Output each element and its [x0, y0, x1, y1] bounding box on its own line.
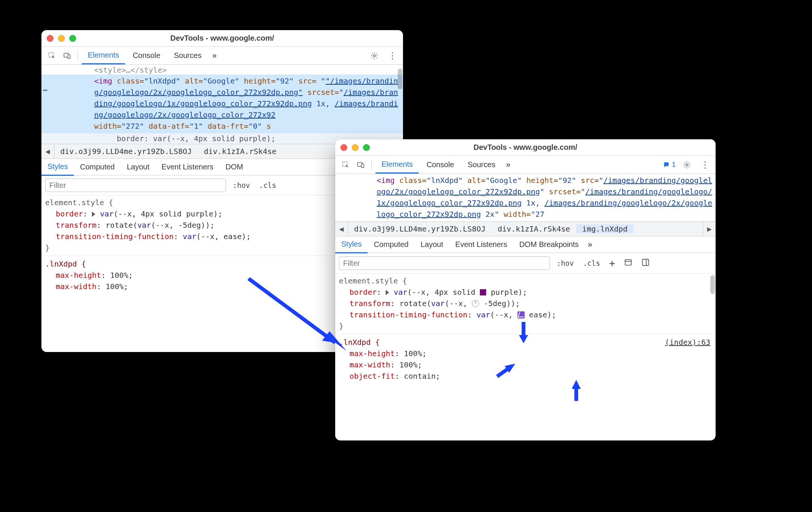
prop-border[interactable]: border [350, 288, 377, 297]
breadcrumb-bar: ◀ div.o3j99.LLD4me.yr19Zb.LS8OJ div.k1zI… [335, 221, 716, 236]
inspect-icon[interactable] [339, 158, 353, 172]
crumb-2[interactable]: div.k1zIA.rSk4se [491, 224, 576, 233]
prop-max-height[interactable]: max-height [350, 349, 395, 358]
tab-sources[interactable]: Sources [462, 157, 501, 173]
tab-console[interactable]: Console [127, 47, 166, 64]
cls-toggle[interactable]: .cls [257, 180, 279, 191]
subtab-computed[interactable]: Computed [74, 159, 121, 175]
dom-ellipsis-icon[interactable]: ⋯ [43, 84, 47, 96]
device-toggle-icon[interactable] [60, 49, 74, 62]
filter-input[interactable] [339, 256, 550, 270]
traffic-lights [47, 35, 76, 42]
angle-swatch-icon[interactable] [472, 300, 479, 307]
filter-input[interactable] [45, 178, 226, 192]
zoom-icon[interactable] [363, 144, 370, 151]
breadcrumb-forward-icon[interactable]: ▶ [703, 222, 716, 236]
more-tabs-chevron-icon[interactable]: » [503, 160, 513, 170]
svg-rect-6 [362, 164, 364, 168]
more-subtabs-chevron-icon[interactable]: » [585, 240, 595, 250]
crumb-1[interactable]: div.o3j99.LLD4me.yr19Zb.LS8OJ [54, 147, 198, 156]
separator [371, 160, 372, 170]
separator [78, 50, 78, 61]
tab-sources[interactable]: Sources [168, 47, 208, 64]
dom-fragment-top: <style>…</style> [41, 65, 403, 75]
new-rule-icon[interactable]: + [607, 256, 618, 270]
tab-elements[interactable]: Elements [82, 47, 125, 64]
zoom-icon[interactable] [69, 35, 76, 42]
rule2-selector[interactable]: .lnXdpd { [339, 338, 380, 347]
rule-selector[interactable]: element.style { [339, 275, 712, 286]
subtab-computed[interactable]: Computed [368, 236, 414, 253]
main-toolbar: Elements Console Sources » 1 ⋮ [335, 156, 716, 174]
expand-icon[interactable] [92, 212, 95, 217]
prop-transform[interactable]: transform [350, 299, 390, 308]
cls-toggle[interactable]: .cls [581, 258, 603, 269]
prop-max-width[interactable]: max-width [350, 360, 390, 369]
subtab-event-listeners[interactable]: Event Listeners [449, 236, 513, 253]
prop-object-fit[interactable]: object-fit [350, 372, 395, 381]
toggle-rendering-icon[interactable] [639, 257, 652, 270]
prop-max-height[interactable]: max-height [56, 271, 101, 280]
source-link[interactable]: (index):63 [665, 337, 710, 348]
subtab-layout[interactable]: Layout [121, 159, 156, 175]
svg-rect-2 [68, 55, 70, 58]
kebab-menu-icon[interactable]: ⋮ [698, 158, 712, 172]
prop-transition-timing-function[interactable]: transition-timing-function [350, 310, 467, 319]
kebab-menu-icon[interactable]: ⋮ [386, 49, 399, 62]
inspect-icon[interactable] [45, 49, 59, 62]
dom-scrollbar[interactable] [398, 69, 402, 89]
styles-body: element.style { border: var(--x, 4px sol… [335, 274, 716, 386]
issue-count: 1 [672, 161, 676, 169]
tab-elements[interactable]: Elements [375, 156, 419, 174]
prop-transform[interactable]: transform [56, 221, 96, 230]
window-title: DevTools - www.google.com/ [41, 34, 403, 43]
expand-icon[interactable] [386, 290, 389, 295]
crumb-1[interactable]: div.o3j99.LLD4me.yr19Zb.LS8OJ [348, 224, 491, 233]
svg-point-3 [373, 55, 375, 57]
prop-max-width[interactable]: max-width [56, 282, 96, 291]
dom-text: <img [94, 76, 112, 85]
bezier-swatch-icon[interactable] [517, 311, 525, 318]
gear-icon[interactable] [680, 158, 694, 172]
titlebar: DevTools - www.google.com/ [335, 139, 716, 156]
breadcrumb-back-icon[interactable]: ◀ [41, 144, 54, 158]
more-tabs-chevron-icon[interactable]: » [209, 51, 220, 61]
styles-scrollbar[interactable] [710, 275, 715, 294]
devtools-window-right: DevTools - www.google.com/ Elements Cons… [335, 139, 716, 440]
color-swatch-icon[interactable] [480, 289, 486, 296]
gear-icon[interactable] [368, 49, 381, 62]
dom-selected-node[interactable]: ⋯ <img class="lnXdpd" alt="Google" heigh… [41, 75, 403, 133]
svg-rect-8 [625, 260, 632, 265]
crumb-3[interactable]: img.lnXdpd [576, 224, 633, 233]
main-toolbar: Elements Console Sources » ⋮ [41, 47, 403, 65]
styles-subtabs: Styles Computed Layout Event Listeners D… [335, 236, 716, 253]
device-toggle-icon[interactable] [354, 158, 368, 172]
subtab-dom-breakpoints[interactable]: DOM [220, 159, 249, 175]
subtab-dom-breakpoints[interactable]: DOM Breakpoints [513, 236, 585, 253]
hov-toggle[interactable]: :hov [230, 180, 252, 191]
subtab-styles[interactable]: Styles [335, 236, 368, 253]
crumb-2[interactable]: div.k1zIA.rSk4se [198, 147, 282, 156]
tab-console[interactable]: Console [420, 157, 460, 173]
issues-button[interactable]: 1 [663, 161, 676, 169]
minimize-icon[interactable] [58, 35, 65, 42]
minimize-icon[interactable] [352, 144, 359, 151]
close-icon[interactable] [340, 144, 347, 151]
traffic-lights [340, 144, 370, 151]
svg-point-7 [686, 164, 688, 166]
prop-border[interactable]: border [56, 209, 83, 218]
rule-close: } [339, 320, 712, 332]
dom-selected-node[interactable]: <img class="lnXdpd" alt="Google" height=… [335, 174, 716, 221]
subtab-styles[interactable]: Styles [41, 158, 74, 176]
window-title: DevTools - www.google.com/ [335, 143, 716, 152]
svg-rect-9 [643, 259, 649, 266]
hov-toggle[interactable]: :hov [554, 258, 576, 269]
computed-sidebar-icon[interactable] [622, 257, 635, 270]
prop-transition-timing-function[interactable]: transition-timing-function [56, 232, 174, 241]
subtab-layout[interactable]: Layout [415, 236, 449, 253]
subtab-event-listeners[interactable]: Event Listeners [156, 159, 220, 175]
filter-row: :hov .cls + [335, 253, 716, 274]
breadcrumb-back-icon[interactable]: ◀ [335, 222, 348, 236]
rule-divider [335, 334, 716, 334]
close-icon[interactable] [47, 35, 53, 42]
